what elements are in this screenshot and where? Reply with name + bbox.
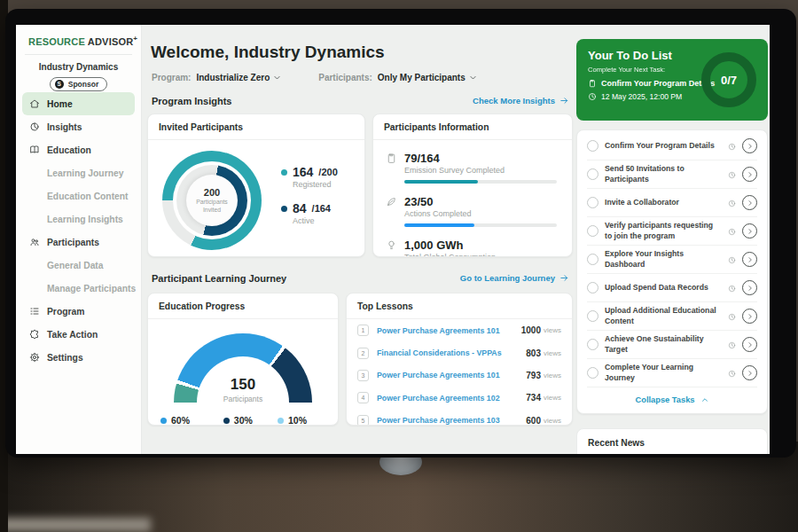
todo-item[interactable]: Upload Spend Data Records bbox=[587, 274, 757, 302]
chevron-right-icon[interactable] bbox=[742, 337, 757, 352]
recent-news-card: Recent News bbox=[576, 428, 768, 454]
participants-filter-dropdown[interactable]: Only My Participants bbox=[378, 73, 477, 82]
todo-item[interactable]: Send 50 Invitations to Participants bbox=[587, 160, 757, 189]
chevron-right-icon[interactable] bbox=[742, 223, 757, 239]
lesson-link[interactable]: Power Purchase Agreements 102 bbox=[377, 394, 526, 403]
clock-icon bbox=[728, 138, 736, 154]
sidebar-item-manage-participants[interactable]: Manage Participants bbox=[16, 277, 141, 300]
todo-progress-ring: 0/7 bbox=[701, 52, 756, 107]
sidebar-item-label: Education Content bbox=[47, 192, 129, 201]
progress-track bbox=[404, 180, 557, 184]
sidebar-item-education[interactable]: Education bbox=[22, 138, 135, 161]
checkbox-icon[interactable] bbox=[587, 339, 598, 350]
go-to-learning-journey-link[interactable]: Go to Learning Journey bbox=[460, 273, 569, 283]
lesson-row: 1 Power Purchase Agreements 101 1000 vie… bbox=[347, 319, 572, 341]
chevron-right-icon[interactable] bbox=[742, 167, 757, 182]
collapse-tasks-link[interactable]: Collapse Tasks bbox=[577, 387, 767, 411]
settings-icon bbox=[29, 352, 40, 363]
lesson-rank: 2 bbox=[357, 348, 369, 359]
sidebar-item-take-action[interactable]: Take Action bbox=[22, 323, 135, 346]
lesson-link[interactable]: Power Purchase Agreements 101 bbox=[377, 371, 526, 379]
progress-track bbox=[404, 223, 557, 227]
sidebar-item-insights[interactable]: Insights bbox=[22, 115, 135, 138]
leaf-icon bbox=[386, 196, 397, 207]
donut-center-value: 200 bbox=[204, 187, 220, 198]
sidebar-item-program[interactable]: Program bbox=[22, 300, 135, 323]
checkbox-icon[interactable] bbox=[587, 254, 598, 265]
sidebar-item-settings[interactable]: Settings bbox=[22, 346, 135, 369]
invited-participants-card: Invited Participants 200 Participants In… bbox=[147, 113, 365, 257]
todo-item-label: Upload Additional Educational Content bbox=[605, 306, 722, 326]
clock-icon bbox=[728, 252, 736, 268]
legend-label: Active bbox=[293, 216, 338, 225]
lesson-row: 5 Power Purchase Agreements 103 600 view… bbox=[347, 410, 572, 426]
checkbox-icon[interactable] bbox=[587, 197, 598, 208]
program-filter-dropdown[interactable]: Industrialize Zero bbox=[196, 73, 281, 82]
lesson-row: 3 Power Purchase Agreements 101 793 view… bbox=[347, 364, 572, 387]
gauge-value: 150 bbox=[231, 376, 255, 394]
app-logo: RESOURCE ADVISOR+ bbox=[16, 25, 141, 47]
sidebar-item-general-data[interactable]: General Data bbox=[16, 254, 141, 277]
sidebar-item-label: Insights bbox=[47, 122, 82, 132]
clipboard-icon bbox=[386, 153, 397, 164]
lesson-views-suffix: views bbox=[544, 326, 561, 334]
recent-news-title: Recent News bbox=[588, 438, 756, 448]
todo-next-task-label: Confirm Your Program Details bbox=[601, 79, 715, 88]
sidebar-item-label: Manage Participants bbox=[47, 284, 136, 293]
todo-item[interactable]: Invite a Collaborator bbox=[587, 189, 757, 217]
sidebar-item-education-content[interactable]: Education Content bbox=[16, 184, 141, 207]
checkbox-icon[interactable] bbox=[587, 310, 598, 322]
info-value: 1,000 GWh bbox=[404, 239, 496, 252]
info-value: 79/164 bbox=[404, 152, 557, 165]
chevron-right-icon[interactable] bbox=[742, 195, 757, 210]
chevron-right-icon[interactable] bbox=[742, 309, 757, 324]
legend-value: 164 bbox=[293, 165, 313, 179]
sidebar-nav: Home Insights Education Learning Journey… bbox=[16, 92, 141, 369]
chevron-right-icon[interactable] bbox=[742, 280, 757, 295]
checkbox-icon[interactable] bbox=[587, 367, 598, 379]
chevron-right-icon[interactable] bbox=[742, 365, 757, 380]
sidebar-item-label: Education bbox=[47, 145, 91, 155]
sidebar-item-participants[interactable]: Participants bbox=[22, 231, 135, 254]
sidebar-item-label: Participants bbox=[47, 238, 99, 247]
chevron-down-icon bbox=[469, 74, 477, 82]
checkbox-icon[interactable] bbox=[587, 168, 598, 180]
sidebar: RESOURCE ADVISOR+ Industry Dynamics S Sp… bbox=[16, 25, 142, 454]
lesson-link[interactable]: Financial Considerations - VPPAs bbox=[377, 348, 526, 357]
sponsor-badge[interactable]: S Sponsor bbox=[50, 77, 107, 91]
chevron-right-icon[interactable] bbox=[742, 138, 757, 153]
sponsor-icon: S bbox=[55, 80, 64, 89]
background-light-strip bbox=[0, 518, 151, 532]
info-label: Total Global Consumption bbox=[404, 253, 496, 257]
todo-item[interactable]: Confirm Your Program Details bbox=[587, 132, 757, 160]
lesson-views-suffix: views bbox=[544, 417, 561, 425]
todo-item[interactable]: Verify participants requesting to join t… bbox=[587, 217, 757, 246]
card-title: Participants Information bbox=[373, 114, 572, 139]
info-label: Emission Survey Completed bbox=[404, 166, 557, 175]
lesson-link[interactable]: Power Purchase Agreements 101 bbox=[377, 326, 521, 335]
chevron-right-icon[interactable] bbox=[742, 252, 757, 267]
participants-information-card: Participants Information 79/164 Emission… bbox=[372, 113, 573, 257]
legend-value: 84 bbox=[293, 201, 307, 215]
check-more-insights-link[interactable]: Check More Insights bbox=[473, 96, 569, 106]
sidebar-item-learning-journey[interactable]: Learning Journey bbox=[16, 161, 141, 184]
sidebar-item-home[interactable]: Home bbox=[22, 92, 135, 115]
checkbox-icon[interactable] bbox=[587, 140, 598, 152]
todo-item[interactable]: Explore Your Insights Dashboard bbox=[587, 246, 757, 274]
lesson-views: 793 bbox=[526, 371, 541, 380]
clock-icon bbox=[728, 280, 736, 296]
checkbox-icon[interactable] bbox=[587, 282, 598, 293]
todo-next-task-time-label: 12 May 2025, 12:00 PM bbox=[601, 92, 682, 101]
todo-item[interactable]: Upload Additional Educational Content bbox=[587, 302, 757, 331]
clock-icon bbox=[728, 337, 736, 353]
todo-item[interactable]: Achieve One Sustainability Target bbox=[587, 331, 757, 359]
todo-item[interactable]: Complete Your Learning Journey bbox=[587, 359, 757, 387]
lesson-link[interactable]: Power Purchase Agreements 103 bbox=[377, 416, 526, 425]
checkbox-icon[interactable] bbox=[587, 225, 598, 237]
clock-icon bbox=[728, 309, 736, 325]
link-label: Go to Learning Journey bbox=[460, 273, 555, 283]
legend-value: 60% bbox=[171, 415, 190, 426]
sidebar-item-learning-insights[interactable]: Learning Insights bbox=[16, 207, 141, 231]
participants-icon bbox=[29, 237, 40, 247]
participants-filter: Participants: Only My Participants bbox=[318, 73, 477, 82]
